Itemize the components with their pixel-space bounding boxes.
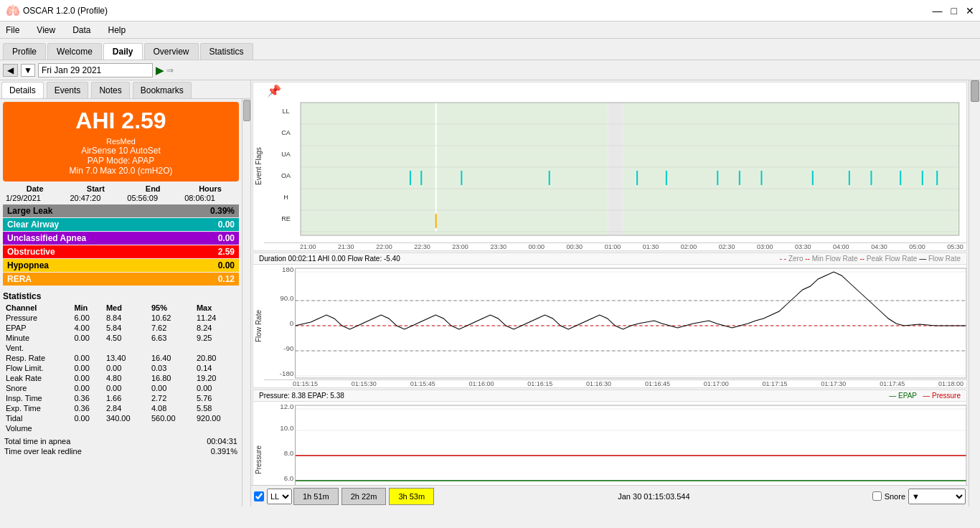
menu-view[interactable]: View <box>34 24 58 37</box>
subtab-notes[interactable]: Notes <box>91 82 129 98</box>
tab-overview[interactable]: Overview <box>144 43 199 60</box>
event-flags-svg: LL CA UA OA H RE <box>264 99 966 242</box>
scrollbar-thumb[interactable] <box>971 80 979 102</box>
flow-rate-title: Duration 00:02:11 AHI 0.00 Flow Rate: -5… <box>259 255 400 263</box>
svg-text:-90: -90 <box>283 344 293 352</box>
title-bar-controls[interactable]: — □ ✕ <box>933 5 974 16</box>
pressure-inner: 12.0 10.0 8.0 6.0 4.0 <box>264 402 966 485</box>
app-icon: 🫁 <box>6 4 20 17</box>
pressure-svg: 12.0 10.0 8.0 6.0 4.0 <box>264 402 966 485</box>
session-info: Date Start End Hours 1/29/2021 20:47:20 … <box>3 184 239 203</box>
event-ua-label: Unclassified Apnea <box>7 233 86 243</box>
total-apnea-value: 00:04:31 <box>207 437 237 446</box>
date-input[interactable]: Fri Jan 29 2021 <box>38 63 153 77</box>
subtab-events[interactable]: Events <box>47 82 89 98</box>
menu-data[interactable]: Data <box>70 24 93 37</box>
event-rera-value: 0.12 <box>218 274 235 284</box>
event-ca-value: 0.00 <box>218 220 235 230</box>
time-button-2[interactable]: 2h 22m <box>341 488 387 505</box>
over-leak-label: Time over leak redline <box>4 447 82 456</box>
svg-text:RE: RE <box>281 215 291 222</box>
ahi-value: AHI 2.59 <box>9 108 233 134</box>
pressure-chart: Pressure: 8.38 EPAP: 5.38 — EPAP — Press… <box>253 390 967 485</box>
svg-rect-6 <box>301 103 608 235</box>
statistics-section: Statistics Channel Min Med 95% Max Press… <box>3 288 239 433</box>
stats-col-channel: Channel <box>3 303 71 313</box>
stats-row: Leak Rate0.004.8016.8019.20 <box>3 373 239 383</box>
snore-select[interactable]: ▼ <box>908 489 966 504</box>
snore-label: Snore <box>885 492 905 501</box>
stats-col-max: Max <box>194 303 239 313</box>
charts-scroll[interactable]: Event Flags 📌 LL CA UA <box>251 80 969 485</box>
tab-daily[interactable]: Daily <box>103 43 143 60</box>
app-title: OSCAR 1.2.0 (Profile) <box>23 6 108 16</box>
flow-rate-time-axis: 01:15:1501:15:3001:15:4501:16:00 01:16:1… <box>264 380 966 387</box>
event-ua-value: 0.00 <box>218 233 235 243</box>
subtab-details[interactable]: Details <box>1 82 44 98</box>
ahi-device-name: AirSense 10 AutoSet <box>9 146 233 156</box>
svg-text:8.0: 8.0 <box>284 449 294 457</box>
ll-checkbox[interactable] <box>254 491 264 501</box>
stats-row: Pressure6.008.8410.6211.24 <box>3 313 239 323</box>
bottom-right: Snore ▼ <box>872 489 966 504</box>
large-leak-label: Large Leak <box>7 206 52 216</box>
stats-row: Minute0.004.506.639.25 <box>3 333 239 343</box>
tab-bar: Profile Welcome Daily Overview Statistic… <box>0 39 980 60</box>
tab-profile[interactable]: Profile <box>3 43 46 60</box>
stats-col-med: Med <box>103 303 149 313</box>
pressure-title: Pressure: 8.38 EPAP: 5.38 <box>259 392 344 400</box>
col-start: Start <box>67 184 124 193</box>
svg-text:6.0: 6.0 <box>284 474 294 482</box>
event-h-value: 0.00 <box>218 260 235 270</box>
right-content: Event Flags 📌 LL CA UA <box>251 80 969 506</box>
left-content: AHI 2.59 ResMed AirSense 10 AutoSet PAP … <box>0 99 250 506</box>
svg-text:10.0: 10.0 <box>280 424 293 432</box>
pin-icon[interactable]: 📌 <box>267 84 281 98</box>
svg-text:12.0: 12.0 <box>280 402 293 410</box>
stats-row: Flow Limit.0.000.000.030.14 <box>3 363 239 373</box>
event-h-label: Hypopnea <box>7 260 49 270</box>
svg-text:CA: CA <box>281 129 291 136</box>
minimize-button[interactable]: — <box>933 5 943 16</box>
title-bar-left: 🫁 OSCAR 1.2.0 (Profile) <box>6 4 108 17</box>
svg-text:-180: -180 <box>280 369 294 377</box>
vertical-scrollbar[interactable] <box>969 80 980 506</box>
event-hypopnea: Hypopnea 0.00 <box>3 259 239 272</box>
event-flags-inner: 📌 LL CA UA OA H RE <box>264 82 966 250</box>
over-leak-value: 0.391% <box>211 447 237 456</box>
stats-col-min: Min <box>71 303 103 313</box>
session-date: 1/29/2021 <box>3 193 67 203</box>
date-prev-button[interactable]: ◀ <box>3 64 18 77</box>
subtab-bookmarks[interactable]: Bookmarks <box>133 82 192 98</box>
close-button[interactable]: ✕ <box>966 5 974 16</box>
time-button-3[interactable]: 3h 53m <box>389 488 434 505</box>
sub-tab-bar: Details Events Notes Bookmarks <box>0 80 250 99</box>
pressure-ylabel: Pressure <box>253 402 264 485</box>
svg-rect-33 <box>264 265 966 380</box>
tab-welcome[interactable]: Welcome <box>47 43 102 60</box>
snore-checkbox[interactable] <box>872 491 882 501</box>
event-rera: RERA 0.12 <box>3 273 239 286</box>
flow-rate-inner: 180 90.0 0 -90 -180 <box>264 265 966 387</box>
maximize-button[interactable]: □ <box>951 5 957 16</box>
date-lock-button[interactable]: ⇒ <box>166 65 174 75</box>
total-apnea-label: Total time in apnea <box>4 437 70 446</box>
flow-rate-ylabel: Flow Rate <box>253 265 264 387</box>
event-ca-label: Clear Airway <box>7 220 59 230</box>
svg-rect-48 <box>264 402 966 485</box>
time-button-1[interactable]: 1h 51m <box>293 488 339 505</box>
event-unclassified: Unclassified Apnea 0.00 <box>3 232 239 245</box>
bottom-timestamp: Jan 30 01:15:03.544 <box>435 492 872 501</box>
ll-select[interactable]: LL <box>267 489 292 504</box>
flow-rate-svg: 180 90.0 0 -90 -180 <box>264 265 966 380</box>
menu-help[interactable]: Help <box>105 24 129 37</box>
stats-row: Snore0.000.000.000.00 <box>3 383 239 393</box>
date-next-button[interactable]: ▶ <box>156 65 164 76</box>
date-dropdown-button[interactable]: ▼ <box>21 64 35 77</box>
svg-text:0: 0 <box>290 319 293 327</box>
ahi-pressure-range: Min 7.0 Max 20.0 (cmH2O) <box>9 166 233 176</box>
tab-statistics[interactable]: Statistics <box>200 43 253 60</box>
stats-row: Exp. Time0.362.844.085.58 <box>3 403 239 413</box>
menu-file[interactable]: File <box>3 24 22 37</box>
stats-row: Tidal0.00340.00560.00920.00 <box>3 413 239 423</box>
